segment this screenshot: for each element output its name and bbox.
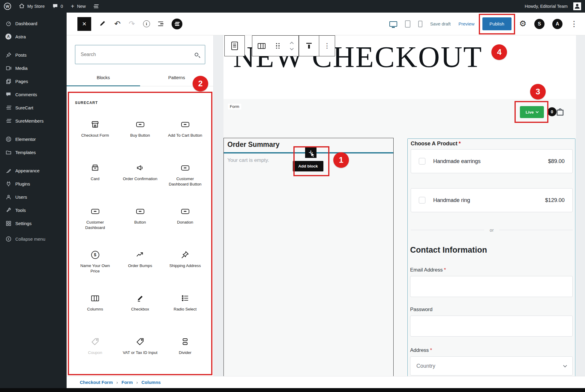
sidebar-item-comments[interactable]: Comments	[0, 88, 67, 101]
sidebar-item-posts[interactable]: Posts	[0, 48, 67, 61]
product-option-2[interactable]: Handmade ring $129.00	[411, 188, 573, 212]
country-select[interactable]: Country	[410, 356, 573, 376]
product-column[interactable]: Choose A Product* Handmade earrings $89.…	[407, 138, 575, 376]
button-icon	[181, 119, 189, 130]
live-mode-button[interactable]: Live	[520, 106, 544, 118]
sidebar-item-elementor[interactable]: Elementor	[0, 132, 67, 146]
block-item-vat-tax-id-input[interactable]: VAT or Tax ID Input	[119, 333, 161, 376]
block-item-order-confirmation[interactable]: Order Confirmation	[119, 159, 161, 203]
account-menu[interactable]: Howdy, Editorial Team	[521, 0, 585, 13]
mobile-preview-icon[interactable]	[418, 21, 422, 27]
sidebar-item-tools[interactable]: Tools	[0, 203, 67, 217]
block-item-customer-dashboard-button[interactable]: Customer Dashboard Button	[164, 159, 206, 203]
block-item-radio-select[interactable]: Radio Select	[164, 290, 206, 333]
mouse-cursor-icon	[310, 152, 316, 160]
gear-icon[interactable]	[519, 20, 526, 28]
comments-menu[interactable]: 0	[49, 0, 67, 13]
block-item-button[interactable]: Button	[119, 203, 161, 246]
block-item-card[interactable]: Card	[74, 159, 116, 203]
brush-icon	[5, 168, 11, 174]
vertical-align-top-icon[interactable]	[299, 36, 319, 56]
save-draft-button[interactable]: Save draft	[430, 21, 451, 26]
sidebar-item-settings[interactable]: Settings	[0, 217, 67, 230]
columns-block-icon[interactable]	[252, 36, 271, 56]
breadcrumb-checkout-form[interactable]: Checkout Form	[80, 380, 113, 385]
button-icon	[181, 206, 189, 217]
breadcrumb-form[interactable]: Form	[122, 380, 133, 385]
dashboard-icon	[5, 20, 11, 26]
sidebar-item-appearance[interactable]: Appearance	[0, 164, 67, 177]
move-up-down-icons[interactable]	[285, 36, 298, 56]
close-editor-button[interactable]	[77, 17, 91, 31]
tab-blocks[interactable]: Blocks	[67, 69, 140, 86]
sidebar-item-templates[interactable]: Templates	[0, 146, 67, 159]
product-option-1[interactable]: Handmade earrings $89.00	[411, 149, 573, 173]
block-options-kebab-icon[interactable]	[319, 36, 335, 56]
block-item-divider[interactable]: Divider	[164, 333, 206, 376]
dollar-circle-icon	[91, 249, 99, 260]
surecart-logo-icon[interactable]	[172, 19, 182, 29]
columns-icon	[91, 293, 99, 304]
form-block-toolbar-parent[interactable]	[224, 35, 245, 56]
edit-tool-icon[interactable]	[99, 20, 106, 28]
surecart-adminbar-menu[interactable]	[90, 0, 102, 13]
email-field[interactable]	[410, 276, 573, 297]
surecart-settings-icon[interactable]: S	[534, 19, 544, 29]
sidebar-item-pages[interactable]: Pages	[0, 75, 67, 88]
astra-settings-icon[interactable]: A	[552, 19, 562, 29]
sidebar-item-dashboard[interactable]: Dashboard	[0, 17, 67, 30]
site-menu[interactable]: My Store	[15, 0, 49, 13]
product-checkbox[interactable]	[419, 158, 425, 165]
redo-icon[interactable]	[129, 20, 135, 28]
product-checkbox[interactable]	[419, 197, 425, 203]
undo-icon[interactable]	[114, 20, 121, 28]
home-icon	[19, 3, 25, 10]
sidebar-item-astra[interactable]: A Astra	[0, 30, 67, 43]
block-search-input[interactable]	[75, 52, 195, 57]
block-item-shipping-address[interactable]: Shipping Address	[164, 246, 206, 290]
sidebar-item-media[interactable]: Media	[0, 61, 67, 75]
sidebar-item-plugins[interactable]: Plugins	[0, 177, 67, 190]
block-item-buy-button[interactable]: Buy Button	[119, 116, 161, 159]
preview-button[interactable]: Preview	[458, 21, 474, 26]
block-item-add-to-cart-button[interactable]: Add To Cart Button	[164, 116, 206, 159]
sidebar-collapse-menu[interactable]: Collapse menu	[0, 232, 67, 245]
sidebar-item-suremembers[interactable]: SureMembers	[0, 114, 67, 127]
tablet-preview-icon[interactable]	[405, 20, 410, 28]
desktop-preview-icon[interactable]	[389, 21, 397, 27]
options-kebab-icon[interactable]	[570, 20, 578, 28]
required-asterisk: *	[459, 141, 461, 147]
new-content-menu[interactable]: + New	[67, 0, 90, 13]
tag-icon	[136, 336, 144, 347]
drag-handle-icon[interactable]	[271, 36, 285, 56]
contact-information-heading: Contact Information	[410, 245, 487, 255]
info-icon[interactable]	[143, 20, 150, 27]
password-label: Password	[410, 307, 433, 313]
sidebar-item-users[interactable]: Users	[0, 190, 67, 203]
block-item-checkbox[interactable]: Checkbox	[119, 290, 161, 333]
suremembers-icon	[5, 118, 11, 124]
product-price: $129.00	[545, 197, 565, 203]
block-item-checkout-form[interactable]: Checkout Form	[74, 116, 116, 159]
breadcrumb-columns[interactable]: Columns	[142, 380, 161, 385]
product-name: Handmade earrings	[433, 158, 481, 165]
wp-logo-menu[interactable]	[0, 0, 15, 13]
megaphone-icon	[136, 162, 144, 174]
product-name: Handmade ring	[433, 197, 470, 203]
password-field[interactable]	[410, 316, 573, 337]
block-item-order-bumps[interactable]: Order Bumps	[119, 246, 161, 290]
block-item-donation[interactable]: Donation	[164, 203, 206, 246]
list-view-icon[interactable]	[158, 22, 164, 26]
form-block-label: Form	[228, 104, 241, 109]
block-item-customer-dashboard[interactable]: Customer Dashboard	[74, 203, 116, 246]
annotation-badge-1: 1	[333, 152, 349, 168]
search-icon	[195, 53, 198, 56]
sidebar-item-surecart[interactable]: SureCart	[0, 101, 67, 114]
block-item-name-your-own-price[interactable]: Name Your Own Price	[74, 246, 116, 290]
publish-button[interactable]: Publish	[482, 17, 512, 30]
cart-bag-icon[interactable]	[555, 107, 565, 117]
order-summary-column[interactable]: Order Summary Your cart is empty. Add bl…	[224, 138, 394, 376]
block-item-columns[interactable]: Columns	[74, 290, 116, 333]
editor-canvas: NEW CHECKOUT Form Live 3 0 Order Summary…	[214, 35, 585, 376]
block-item-coupon[interactable]: Coupon	[74, 333, 116, 376]
